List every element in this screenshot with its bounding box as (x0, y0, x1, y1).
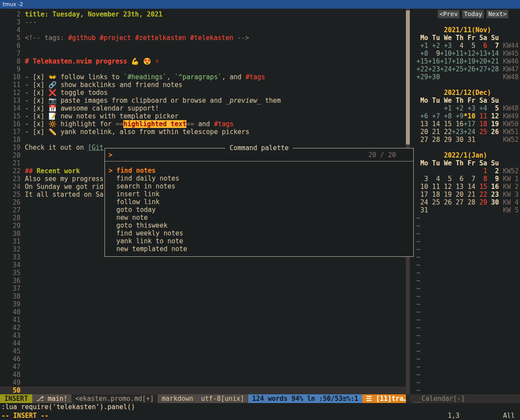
editor-line[interactable]: 47 (0, 363, 406, 371)
line-text (20, 50, 25, 57)
palette-item[interactable]: find weekly notes (108, 229, 413, 237)
week-number: KW52 (499, 167, 519, 175)
line-text: # Telekasten.nvim progress 💪 😍 ⚡ (20, 57, 159, 65)
editor-line[interactable]: 46 (0, 355, 406, 363)
line-text (20, 308, 25, 316)
calendar-week-row[interactable]: +22+23+24+25+26+27+28 KW47 (410, 65, 520, 73)
scrollbar-thumb[interactable] (406, 10, 410, 144)
editor-line[interactable]: 7 (0, 50, 406, 57)
editor-line[interactable]: 14- [x] 📅 awesome calendar support! (0, 104, 406, 112)
line-text (20, 269, 25, 277)
calendar-today-button[interactable]: Today (462, 10, 484, 18)
line-number: 40 (0, 308, 20, 316)
calendar-week-row[interactable]: 20 21 22+23+24 25 26 KW51 (410, 128, 520, 136)
line-number: 22 (0, 167, 20, 175)
palette-item[interactable]: find daily notes (108, 175, 413, 182)
selection-caret-icon (108, 214, 116, 222)
editor-line[interactable]: 8# Telekasten.nvim progress 💪 😍 ⚡ (0, 57, 406, 65)
calendar-week-row[interactable]: 17 18 19 20 21 22 23 KW 3 (410, 191, 520, 198)
palette-item[interactable]: new note (108, 214, 413, 222)
editor-line[interactable]: 34 (0, 261, 406, 269)
editor-line[interactable]: 39 (0, 300, 406, 308)
calendar-month-title: 2021/12(Dec) (410, 89, 520, 97)
palette-item[interactable]: yank link to note (108, 237, 413, 245)
calendar-week-row[interactable]: 31 KW 5 (410, 206, 520, 214)
editor-line[interactable]: 11- [x] 🔗 show backlinks and friend note… (0, 81, 406, 89)
palette-input[interactable] (116, 151, 368, 159)
line-number: 10 (0, 73, 20, 81)
week-number: KW52 (499, 136, 519, 144)
empty-buffer-line: ~ (410, 316, 520, 324)
empty-buffer-line: ~ (410, 245, 520, 253)
line-text (20, 198, 25, 206)
selection-caret-icon: > (108, 167, 116, 175)
palette-item[interactable]: new templated note (108, 245, 413, 253)
editor-line[interactable]: 15- [x] 📝 new notes with template picker (0, 112, 406, 120)
palette-item[interactable]: insert link (108, 190, 413, 198)
editor-line[interactable]: 6 (0, 42, 406, 50)
calendar-week-row[interactable]: +29+30 KW48 (410, 73, 520, 81)
palette-item[interactable]: goto thisweek (108, 222, 413, 229)
calendar-week-row[interactable]: 27 28 29 30 31 KW52 (410, 136, 520, 144)
editor-line[interactable]: 35 (0, 269, 406, 277)
editor-line[interactable]: 2title: Tuesday, November 23th, 2021 (0, 10, 406, 18)
week-number: KW48 (499, 73, 519, 81)
editor-line[interactable]: 9 (0, 65, 406, 73)
line-number: 11 (0, 81, 20, 89)
editor-line[interactable]: 37 (0, 285, 406, 292)
editor-line[interactable]: 43 (0, 332, 406, 339)
calendar-next-button[interactable]: Next> (486, 10, 508, 18)
editor-line[interactable]: 12- [x] ❌ toggle todos (0, 89, 406, 97)
calendar-week-row[interactable]: 10 11 12 13 14 15 16 KW 2 (410, 183, 520, 191)
editor-line[interactable]: 41 (0, 316, 406, 324)
palette-item[interactable]: goto today (108, 206, 413, 214)
calendar-week-row[interactable]: 13 14 15 16+17 18 19 KW50 (410, 120, 520, 128)
editor-line[interactable]: 40 (0, 308, 406, 316)
palette-item[interactable]: follow link (108, 198, 413, 206)
calendar-week-row[interactable]: +6 +7 +8 +9*10 11 12 KW49 (410, 112, 520, 120)
editor-line[interactable]: 38 (0, 292, 406, 300)
editor-line[interactable]: 45 (0, 347, 406, 355)
selection-caret-icon (108, 175, 116, 182)
calendar-buffer: 2021/11(Nov) Mo Tu We Th Fr Sa Su +1 +2 … (410, 10, 520, 394)
calendar-week-row[interactable]: +1 +2 +3 4 5 6 7 KW44 (410, 42, 520, 50)
empty-buffer-line: ~ (410, 253, 520, 261)
editor-line[interactable]: 13- [x] 📷 paste images from clipboard or… (0, 97, 406, 104)
calendar-week-row[interactable]: 1 2 KW52 (410, 167, 520, 175)
line-text (20, 245, 25, 253)
command-line[interactable]: :lua require('telekasten').panel() (0, 403, 520, 411)
editor-line[interactable]: 42 (0, 324, 406, 332)
editor-line[interactable]: 18 (0, 136, 406, 144)
line-text (20, 26, 25, 34)
line-text: Also see my progress (20, 175, 104, 183)
palette-item[interactable]: search in notes (108, 182, 413, 190)
editor-line[interactable]: 44 (0, 339, 406, 347)
editor-line[interactable]: 50 (0, 386, 406, 394)
line-text (20, 65, 25, 73)
line-number: 42 (0, 324, 20, 332)
calendar-week-row[interactable]: +1 +2 +3 +4 5 KW48 (410, 104, 520, 112)
calendar-week-row[interactable]: 3 4 5 6 7 8 9 KW 1 (410, 175, 520, 183)
line-text: - [x] 🔆 highlight for ==highlighted text… (20, 120, 233, 128)
line-text (20, 261, 25, 269)
calendar-week-row[interactable]: 24 25 26 27 28 29 30 KW 4 (410, 198, 520, 206)
editor-line[interactable]: 48 (0, 371, 406, 379)
line-text (20, 136, 25, 144)
editor-line[interactable]: 4 (0, 26, 406, 34)
editor-line[interactable]: 49 (0, 379, 406, 386)
calendar-week-row[interactable]: +15+16+17+18+19+20+21 KW46 (410, 57, 520, 65)
calendar-pane[interactable]: 2021/11(Nov) Mo Tu We Th Fr Sa Su +1 +2 … (410, 9, 520, 394)
palette-item[interactable]: > find notes (108, 167, 413, 175)
editor-line[interactable]: 16- [x] 🔆 highlight for ==highlighted te… (0, 120, 406, 128)
empty-buffer-line: ~ (410, 379, 520, 386)
calendar-week-row[interactable]: +8 9+10+11+12+13+14 KW45 (410, 50, 520, 57)
line-text: - [x] 🔗 show backlinks and friend notes (20, 81, 182, 89)
editor-line[interactable]: 17- [x] ✏️ yank notelink, also from wthi… (0, 128, 406, 136)
editor-line[interactable]: 36 (0, 277, 406, 285)
editor-line[interactable]: 5<!-- tags: #github #project #zettelkast… (0, 34, 406, 42)
editor-line[interactable]: 10- [x] 👐 follow links to `#headings`, `… (0, 73, 406, 81)
line-text: Check it out on [Git (20, 144, 104, 151)
editor-line[interactable]: 3--- (0, 18, 406, 26)
line-number: 44 (0, 339, 20, 347)
calendar-prev-button[interactable]: <Prev (438, 10, 459, 18)
